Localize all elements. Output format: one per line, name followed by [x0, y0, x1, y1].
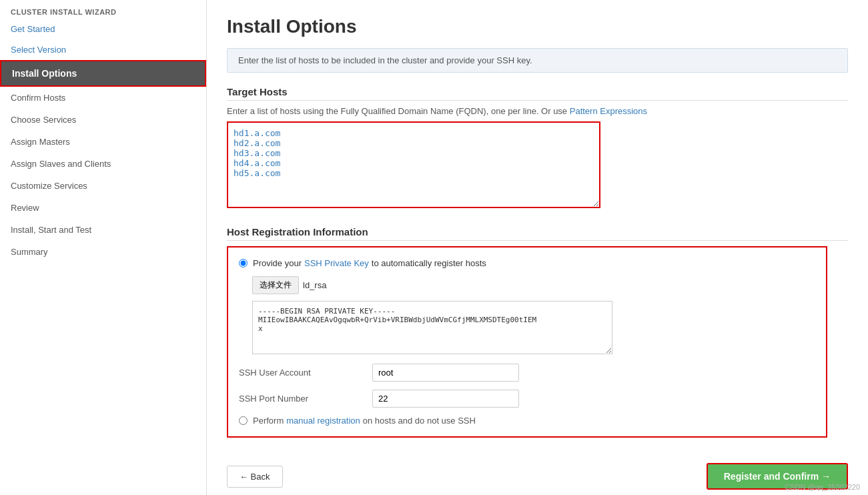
target-hosts-section: Target Hosts Enter a list of hosts using…	[227, 86, 848, 210]
sidebar-item-review[interactable]: Review	[0, 197, 206, 219]
ssh-key-textarea[interactable]: -----BEGIN RSA PRIVATE KEY----- MIIEowIB…	[252, 301, 612, 354]
footer-bar: ← Back Register and Confirm →	[227, 456, 848, 490]
file-choose-button[interactable]: 选择文件	[252, 276, 299, 294]
sidebar-item-select-version[interactable]: Select Version	[0, 39, 206, 60]
ssh-port-row: SSH Port Number	[239, 390, 815, 408]
watermark: CSDN @qq_35302220	[785, 483, 860, 491]
ssh-user-input[interactable]	[372, 364, 519, 382]
ssh-user-label: SSH User Account	[239, 368, 372, 378]
main-content: Install Options Enter the list of hosts …	[207, 0, 868, 495]
hosts-description: Enter a list of hosts using the Fully Qu…	[227, 106, 848, 116]
file-name-label: ld_rsa	[303, 280, 326, 290]
hosts-textarea[interactable]: hd1.a.com hd2.a.com hd3.a.com hd4.a.com …	[227, 121, 600, 208]
file-chooser-row: 选择文件 ld_rsa	[252, 276, 815, 294]
sidebar-item-install-start-test[interactable]: Install, Start and Test	[0, 219, 206, 241]
sidebar-item-choose-services[interactable]: Choose Services	[0, 109, 206, 131]
registration-section: Provide your SSH Private Key to automati…	[227, 246, 827, 438]
ssh-radio-row: Provide your SSH Private Key to automati…	[239, 258, 815, 268]
ssh-radio[interactable]	[239, 259, 248, 268]
wizard-label: CLUSTER INSTALL WIZARD	[0, 0, 206, 19]
back-button[interactable]: ← Back	[227, 466, 283, 488]
sidebar-item-customize-services[interactable]: Customize Services	[0, 175, 206, 197]
ssh-port-label: SSH Port Number	[239, 394, 372, 404]
sidebar-item-get-started[interactable]: Get Started	[0, 19, 206, 39]
manual-radio[interactable]	[239, 416, 248, 425]
sidebar-item-summary[interactable]: Summary	[0, 241, 206, 263]
info-banner: Enter the list of hosts to be included i…	[227, 48, 848, 73]
sidebar-item-install-options[interactable]: Install Options	[0, 60, 206, 87]
ssh-port-input[interactable]	[372, 390, 519, 408]
registration-section-title: Host Registration Information	[227, 226, 848, 241]
sidebar-item-assign-masters[interactable]: Assign Masters	[0, 131, 206, 153]
pattern-expressions-link[interactable]: Pattern Expressions	[570, 106, 647, 116]
page-title: Install Options	[227, 16, 848, 37]
ssh-user-row: SSH User Account	[239, 364, 815, 382]
sidebar-item-assign-slaves[interactable]: Assign Slaves and Clients	[0, 153, 206, 175]
target-hosts-title: Target Hosts	[227, 86, 848, 101]
manual-radio-row: Perform manual registration on hosts and…	[239, 416, 815, 426]
sidebar: CLUSTER INSTALL WIZARD Get Started Selec…	[0, 0, 207, 495]
ssh-private-key-link[interactable]: SSH Private Key	[304, 258, 369, 268]
manual-registration-link[interactable]: manual registration	[286, 416, 360, 426]
sidebar-item-confirm-hosts[interactable]: Confirm Hosts	[0, 87, 206, 109]
